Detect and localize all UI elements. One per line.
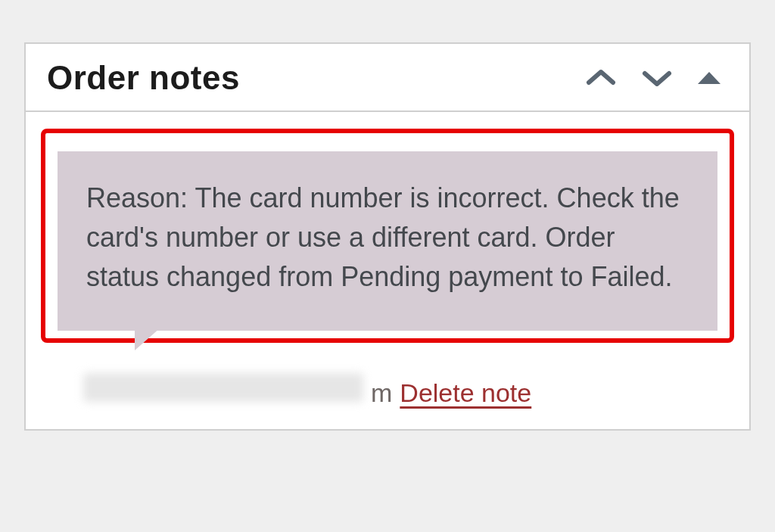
panel-header: Order notes <box>26 44 749 112</box>
note-meta: m Delete note <box>83 373 734 408</box>
note-content: Reason: The card number is incorrect. Ch… <box>86 182 680 292</box>
move-up-icon[interactable] <box>584 67 618 89</box>
delete-note-link[interactable]: Delete note <box>400 378 531 408</box>
note-meta-redacted <box>83 373 363 402</box>
order-notes-panel: Order notes Reason: The card num <box>24 42 751 431</box>
collapse-toggle-icon[interactable] <box>696 70 722 86</box>
panel-title: Order notes <box>47 59 584 97</box>
svg-marker-0 <box>698 72 721 84</box>
panel-controls <box>584 67 728 89</box>
highlight-annotation: Reason: The card number is incorrect. Ch… <box>41 129 734 343</box>
note-bubble: Reason: The card number is incorrect. Ch… <box>58 151 717 331</box>
panel-body: Reason: The card number is incorrect. Ch… <box>26 112 749 429</box>
note-meta-fragment: m <box>371 378 392 408</box>
move-down-icon[interactable] <box>640 67 674 89</box>
